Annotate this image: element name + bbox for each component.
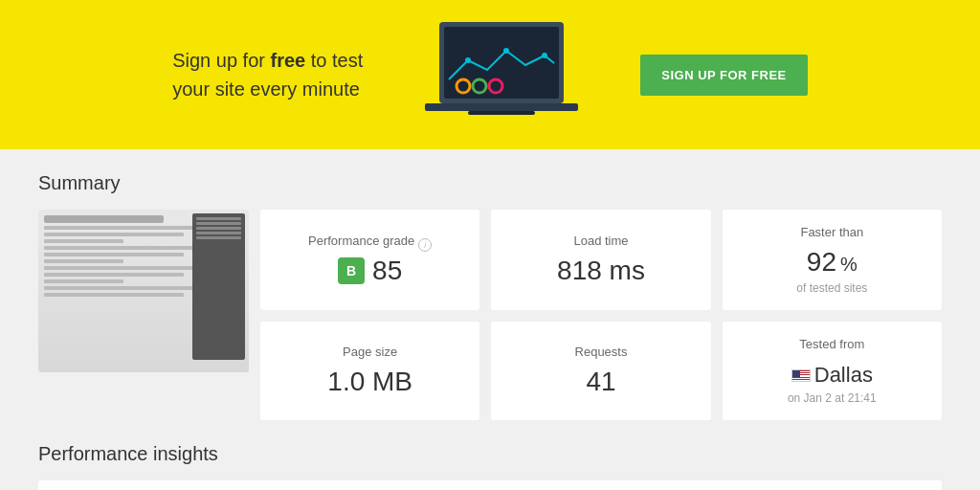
summary-grid: Performance grade i B 85 Load time 818 m… [38,210,942,420]
laptop-svg [420,17,583,132]
tested-from-date: on Jan 2 at 21:41 [788,391,877,405]
banner-text-line2: your site every minute [172,78,360,100]
faster-than-value-row: 92 % [807,247,858,278]
preview-bar [44,215,164,223]
preview-right-line [196,217,241,220]
preview-right-line [196,232,241,234]
banner-text-part2: to test [305,50,363,71]
performance-grade-badge: B [338,257,365,284]
preview-line [44,279,123,283]
performance-grade-label: Performance grade [308,234,414,248]
svg-point-4 [542,53,547,58]
performance-grade-value: 85 [372,256,402,286]
insights-header: GRADE SUGGESTION [38,480,942,490]
preview-line [44,293,184,297]
us-flag-icon [791,369,811,382]
site-preview-inner [38,210,249,372]
preview-right-line [196,236,241,239]
info-icon: i [418,238,432,252]
load-time-label: Load time [573,234,628,248]
tested-from-card: Tested from Dallas on Jan 2 at 21:41 [723,322,942,420]
metrics-row-1: Performance grade i B 85 Load time 818 m… [260,210,942,310]
svg-rect-9 [468,111,535,115]
tested-from-city: Dallas [814,363,873,388]
preview-line [44,259,123,263]
requests-label: Requests [575,345,628,359]
preview-line [44,253,184,256]
metrics-grid: Performance grade i B 85 Load time 818 m… [260,210,942,420]
faster-than-value: 92 [807,247,836,278]
requests-value: 41 [586,367,615,397]
tested-from-row: Dallas [791,363,873,388]
summary-title: Summary [38,172,942,194]
banner-section: Sign up for free to test your site every… [0,0,980,149]
svg-rect-8 [425,103,578,111]
load-time-card: Load time 818 ms [491,210,710,310]
svg-point-3 [503,48,509,54]
banner-text: Sign up for free to test your site every… [172,46,363,103]
signup-button[interactable]: SIGN UP FOR FREE [640,55,808,96]
page-size-value: 1.0 MB [327,367,412,397]
insights-table: GRADE SUGGESTION F 19 Remove query strin… [38,480,942,490]
performance-grade-card: Performance grade i B 85 [260,210,479,310]
load-time-value: 818 ms [557,256,645,286]
preview-right-line [196,227,241,230]
main-content: Summary [0,149,980,490]
banner-text-bold: free [271,50,306,71]
faster-than-label: Faster than [800,225,863,239]
requests-card: Requests 41 [491,322,710,420]
preview-right-panel [192,213,245,360]
page-size-label: Page size [343,345,397,359]
banner-text-part1: Sign up for [172,50,270,71]
insights-title: Performance insights [38,443,942,465]
laptop-illustration [420,17,583,132]
tested-from-label: Tested from [799,337,864,351]
faster-than-unit: % [840,254,858,276]
preview-line [44,233,184,236]
preview-right-line [196,222,241,225]
insights-section: Performance insights GRADE SUGGESTION F … [38,443,942,490]
faster-than-sub: of tested sites [796,281,867,295]
svg-point-2 [465,57,471,63]
performance-grade-label-row: Performance grade i [308,234,432,256]
preview-line [44,239,123,243]
metrics-row-2: Page size 1.0 MB Requests 41 Tested from… [260,322,942,420]
performance-grade-value-row: B 85 [338,256,402,286]
site-preview [38,210,249,372]
preview-line [44,273,184,277]
faster-than-card: Faster than 92 % of tested sites [723,210,942,310]
page-size-card: Page size 1.0 MB [260,322,479,420]
